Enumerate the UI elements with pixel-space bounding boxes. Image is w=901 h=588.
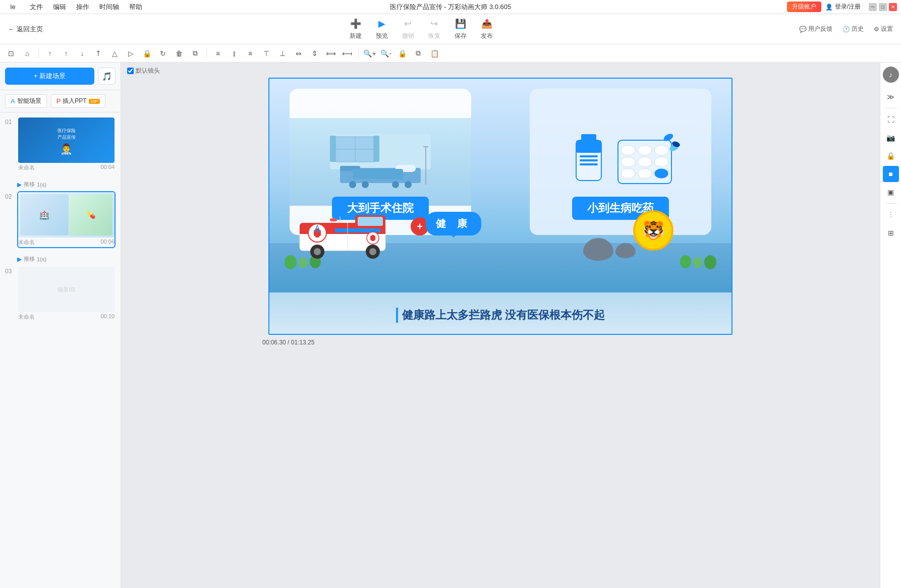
svg-point-28: [654, 157, 668, 167]
menu-operate[interactable]: 操作: [76, 3, 89, 12]
menu-right: 升级账户 👤 登录/注册 ─ □ ✕: [787, 2, 897, 12]
align-top-tool[interactable]: ⊤: [259, 46, 273, 61]
upload-tool[interactable]: ↑: [43, 46, 57, 61]
settings-icon: ⚙: [874, 26, 879, 33]
scene-list: 01 医疗保险产品宣传 👨‍⚕️ 未命名 00:04 ▶ 推移 1(s): [0, 112, 121, 588]
scene-thumbnail-01[interactable]: 医疗保险产品宣传 👨‍⚕️ 未命名 00:04: [17, 116, 116, 173]
select-tool[interactable]: ⊡: [4, 46, 18, 61]
align-right-tool[interactable]: ≡: [243, 46, 257, 61]
history-button[interactable]: 🕐 历史: [842, 25, 864, 33]
right-sidebar: ♪ ≫ ⛶ 📷 🔒 ■ ▣ ··· ⊞: [880, 63, 901, 588]
transition-icon: ▶: [17, 181, 22, 188]
left-panel-top: + 新建场景 🎵: [0, 63, 121, 90]
scene-meta-03: 未命名 00:10: [18, 312, 115, 322]
align-center-v-tool[interactable]: ⫿: [227, 46, 241, 61]
copy-tool[interactable]: ⧉: [411, 46, 425, 61]
align-bottom-tool[interactable]: ⊥: [275, 46, 290, 61]
scene-number: 02: [5, 191, 13, 200]
medicine-bottle-svg: [569, 129, 609, 195]
maximize-button[interactable]: □: [879, 3, 887, 11]
new-button[interactable]: ➕ 新建: [350, 18, 362, 40]
menu-timeline[interactable]: 时间轴: [99, 3, 119, 12]
svg-rect-20: [580, 159, 598, 161]
upgrade-button[interactable]: 升级账户: [787, 2, 821, 12]
home-tool[interactable]: ⌂: [20, 46, 34, 61]
lock2-tool[interactable]: 🔒: [395, 46, 409, 61]
card-medicine[interactable]: 小到生病吃药: [530, 89, 711, 235]
svg-point-9: [362, 181, 369, 188]
canvas-main-text: 健康路上太多拦路虎 没有医保根本伤不起: [269, 308, 731, 323]
transition-01[interactable]: ▶ 推移 1(s): [5, 180, 116, 191]
toolbar-right: 💬 用户反馈 🕐 历史 ⚙ 设置: [799, 25, 893, 33]
snapshot-button[interactable]: 📷: [883, 130, 899, 146]
scene-item: 01 医疗保险产品宣传 👨‍⚕️ 未命名 00:04: [5, 116, 116, 173]
back-home-button[interactable]: ← 返回主页: [8, 25, 43, 34]
triangle-tool[interactable]: △: [107, 46, 122, 61]
undo-button[interactable]: ↩ 撤销: [402, 18, 414, 40]
scene-thumbnail-03[interactable]: 场景03 未命名 00:10: [17, 266, 116, 323]
lock-view-button[interactable]: 🔒: [883, 148, 899, 164]
svg-point-10: [392, 181, 399, 188]
color-fill-button[interactable]: ■: [883, 166, 899, 182]
scene-tabs: A 智能场景 P 插入PPT VIP: [0, 90, 121, 112]
menu-file[interactable]: 文件: [30, 3, 43, 12]
publish-button[interactable]: 📤 发布: [481, 18, 493, 40]
settings-button[interactable]: ⚙ 设置: [874, 25, 893, 33]
smart-scene-tab[interactable]: A 智能场景: [5, 94, 47, 108]
align-left-tool[interactable]: ≡: [211, 46, 225, 61]
delete-tool[interactable]: 🗑: [172, 46, 186, 61]
menu-edit[interactable]: 编辑: [53, 3, 66, 12]
redo-button[interactable]: ↪ 恢复: [428, 18, 440, 40]
feedback-button[interactable]: 💬 用户反馈: [799, 25, 832, 33]
svg-point-50: [314, 248, 321, 255]
zoom-out-tool[interactable]: 🔍-: [379, 46, 393, 61]
scene-number: 01: [5, 116, 13, 126]
new-scene-button[interactable]: + 新建场景: [5, 68, 94, 85]
text-bar-decoration: [396, 308, 398, 323]
rotate-tool[interactable]: ↻: [156, 46, 170, 61]
align-h-tool[interactable]: ⟺: [324, 46, 338, 61]
lock-tool[interactable]: 🔒: [140, 46, 154, 61]
music-button[interactable]: 🎵: [98, 68, 116, 85]
login-button[interactable]: 👤 登录/注册: [825, 3, 861, 11]
scene-meta-01: 未命名 00:04: [18, 163, 115, 172]
svg-rect-19: [580, 155, 598, 157]
music-toggle-button[interactable]: ♪: [883, 67, 899, 83]
close-button[interactable]: ✕: [889, 3, 897, 11]
insert-ppt-tab[interactable]: P 插入PPT VIP: [51, 94, 106, 108]
preview-button[interactable]: ▶ 预览: [376, 18, 388, 40]
step-up-tool[interactable]: ↑: [59, 46, 73, 61]
app-tab-label: Ie: [6, 3, 20, 11]
canvas-frame[interactable]: 大到手术住院: [268, 78, 733, 335]
publish-icon: 📤: [481, 18, 493, 30]
medicine-container: [558, 119, 683, 205]
zoom-in-tool[interactable]: 🔍+: [363, 46, 377, 61]
svg-point-27: [638, 157, 652, 167]
top-tool[interactable]: ⤒: [91, 46, 105, 61]
expand-button[interactable]: ≫: [883, 89, 899, 105]
collapse-right-button[interactable]: ⊞: [883, 225, 899, 241]
play-small-tool[interactable]: ▷: [124, 46, 138, 61]
svg-rect-39: [358, 217, 383, 226]
step-down-tool[interactable]: ↓: [75, 46, 89, 61]
svg-point-8: [349, 181, 356, 188]
layer-button[interactable]: ▣: [883, 184, 899, 200]
dist-v-tool[interactable]: ⇕: [308, 46, 322, 61]
more-options-button[interactable]: ···: [883, 207, 899, 223]
align-v-tool[interactable]: ⟻: [340, 46, 354, 61]
save-button[interactable]: 💾 保存: [455, 18, 467, 40]
scene-thumbnail-02[interactable]: 🏥 💊 未命名 00:06: [17, 191, 116, 248]
minimize-button[interactable]: ─: [869, 3, 877, 11]
fullscreen-button[interactable]: ⛶: [883, 111, 899, 128]
crop-tool[interactable]: ⧉: [188, 46, 202, 61]
paste-tool[interactable]: 📋: [427, 46, 441, 61]
svg-point-23: [621, 145, 635, 155]
transition-02[interactable]: ▶ 推移 1(s): [5, 254, 116, 266]
toolbar: ← 返回主页 ➕ 新建 ▶ 预览 ↩ 撤销 ↪ 恢复 💾 保存 📤 发布 💬: [0, 14, 901, 44]
main-layout: + 新建场景 🎵 A 智能场景 P 插入PPT VIP 01 医疗保险产品宣传: [0, 63, 901, 588]
canvas-visibility-toggle[interactable]: [127, 68, 134, 74]
dist-h-tool[interactable]: ⇔: [292, 46, 306, 61]
scene-preview-02: 🏥 💊: [18, 192, 115, 238]
icon-toolbar: ⊡ ⌂ ↑ ↑ ↓ ⤒ △ ▷ 🔒 ↻ 🗑 ⧉ ≡ ⫿ ≡ ⊤ ⊥ ⇔ ⇕ ⟺ …: [0, 44, 901, 63]
menu-help[interactable]: 帮助: [129, 3, 142, 12]
